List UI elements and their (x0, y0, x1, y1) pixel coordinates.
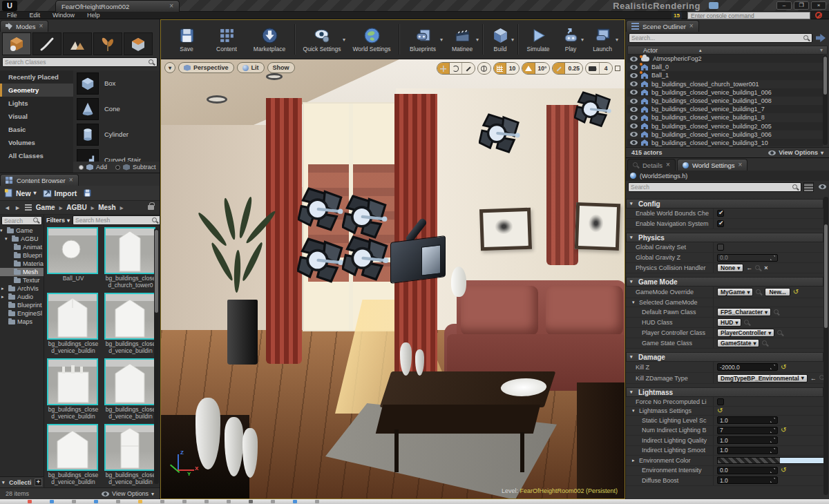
details-tab[interactable]: Details (627, 159, 676, 171)
expander-icon[interactable] (632, 458, 637, 463)
lock-icon[interactable] (148, 205, 154, 210)
restore-button[interactable]: ❐ (794, 1, 809, 10)
reset-to-default-icon[interactable] (781, 364, 786, 371)
category-all-classes[interactable]: All Classes (0, 149, 73, 162)
perspective-button[interactable]: Perspective (178, 62, 234, 73)
close-icon[interactable] (689, 23, 694, 30)
placement-item-cylinder[interactable]: Cylinder (73, 122, 160, 147)
force-no-precomputed-checkbox[interactable] (717, 398, 724, 405)
os-taskbar[interactable] (0, 499, 829, 504)
spotlight-billboard[interactable] (342, 195, 389, 240)
show-button[interactable]: Show (267, 62, 295, 73)
expander-icon[interactable] (1, 286, 6, 291)
lit-button[interactable]: Lit (237, 62, 265, 73)
tree-search[interactable] (1, 216, 42, 225)
outliner-search-input[interactable] (631, 35, 803, 41)
visibility-eye-icon[interactable] (630, 57, 638, 61)
kill-z-field[interactable]: -2000.0 (717, 363, 778, 371)
actor-row[interactable]: Ball_0 (627, 63, 823, 71)
collections-bar[interactable]: Collecti + (0, 476, 44, 487)
path-list-icon[interactable] (25, 204, 32, 211)
global-gravity-set-checkbox[interactable] (717, 244, 724, 251)
clear-icon[interactable] (764, 264, 768, 271)
chevron-down-icon[interactable] (440, 37, 443, 43)
chevron-down-icon[interactable] (476, 37, 479, 43)
save-button[interactable]: Save (166, 21, 207, 57)
asset-tile[interactable]: bg_buildings_closed_venice_buildin (47, 293, 99, 354)
category-volumes[interactable]: Volumes (0, 136, 73, 149)
asset-tile[interactable]: bg_buildings_closed_venice_buildin (47, 358, 99, 420)
enable-world-bounds-checkbox[interactable] (717, 210, 724, 217)
actor-row[interactable]: Ball_1 (627, 71, 823, 79)
mode-foliage-button[interactable] (93, 32, 122, 55)
mode-paint-button[interactable] (32, 32, 61, 55)
outliner-header[interactable]: Actor (627, 46, 828, 55)
visibility-eye-icon[interactable] (630, 99, 638, 104)
create-actor-icon[interactable] (816, 34, 826, 42)
folder-textures[interactable]: Textur (0, 276, 44, 284)
actor-row[interactable]: bg_buildings_closed_venice_building1_7 (627, 105, 823, 113)
asset-search-input[interactable] (75, 217, 152, 224)
scale-snap-toggle[interactable] (553, 63, 565, 74)
expander-icon[interactable] (5, 236, 10, 242)
expander-icon[interactable] (0, 228, 5, 233)
hud-class-dropdown[interactable]: HUD (717, 318, 741, 327)
reset-to-default-icon[interactable] (793, 289, 799, 295)
spotlight-billboard[interactable] (342, 235, 390, 282)
modes-search[interactable] (2, 57, 158, 67)
save-all-icon[interactable] (83, 188, 92, 197)
minimize-button[interactable]: – (776, 1, 792, 10)
crumb-game[interactable]: Game (36, 204, 55, 211)
asset-tile[interactable]: bg_buildings_closed_venice_buildin (47, 424, 99, 485)
world-settings-tab[interactable]: World Settings (677, 159, 747, 171)
close-icon[interactable] (666, 162, 670, 168)
folder-blueprint-root[interactable]: Blueprint (0, 301, 44, 309)
use-selected-icon[interactable] (810, 375, 817, 382)
section-game-mode[interactable]: Game Mode (626, 277, 823, 287)
property-matrix-button[interactable] (803, 182, 814, 192)
actor-row[interactable]: bg_buildings_closed_venice_building3_10 (627, 139, 823, 146)
game-state-dropdown[interactable]: GameState (717, 339, 759, 347)
filters-button[interactable]: Filters (46, 217, 70, 224)
import-button[interactable]: Import (43, 188, 77, 197)
close-icon[interactable] (169, 3, 173, 10)
chevron-down-icon[interactable] (343, 37, 345, 43)
close-icon[interactable] (739, 162, 743, 168)
default-pawn-dropdown[interactable]: FPS_Character (717, 308, 771, 316)
actor-row[interactable]: bg_buildings_closed_venice_building1_008 (627, 97, 823, 105)
matinee-button[interactable]: Matinee (444, 21, 480, 57)
chevron-down-icon[interactable] (581, 37, 584, 43)
section-damage[interactable]: Damage (626, 352, 823, 362)
folder-archvis[interactable]: ArchVis (0, 284, 44, 293)
placement-item-cone[interactable]: Cone (73, 96, 160, 122)
asset-scrollbar[interactable] (154, 229, 159, 484)
view-options-button[interactable]: View Options (768, 149, 823, 156)
simulate-button[interactable]: Simulate (520, 21, 556, 57)
details-search[interactable] (628, 182, 801, 192)
grid-snap-value[interactable]: 10 (506, 63, 519, 74)
tree-search-input[interactable] (4, 217, 33, 224)
visibility-eye-icon[interactable] (630, 115, 638, 120)
add-radio[interactable] (79, 165, 84, 170)
actor-row[interactable]: bg_buildings_closed_venice_building3_006 (627, 130, 823, 139)
visibility-eye-icon[interactable] (630, 124, 638, 128)
browse-icon[interactable] (774, 309, 780, 316)
folder-enginesl[interactable]: EngineSl (0, 309, 44, 318)
asset-tile[interactable]: bg_buildings_closed_church_tower0 (104, 227, 157, 289)
static-lighting-scale-field[interactable]: 1.0 (717, 416, 778, 424)
reset-to-default-icon[interactable] (717, 407, 723, 414)
subtract-radio[interactable] (115, 165, 120, 170)
world-local-toggle[interactable] (478, 63, 490, 74)
actor-row[interactable]: bg_buildings_closed_church_tower001 (627, 80, 823, 88)
blueprints-button[interactable]: Blueprints (401, 21, 444, 57)
view-options-eye-icon[interactable] (819, 184, 826, 189)
crumb-agbu[interactable]: AGBU (66, 204, 86, 211)
add-collection-button[interactable]: + (35, 478, 42, 486)
world-settings-button[interactable]: World Settings (347, 21, 397, 57)
forward-arrow-icon[interactable]: ► (15, 204, 21, 211)
rotate-tool-button[interactable] (450, 63, 462, 74)
view-options-button[interactable]: View Options (102, 490, 154, 497)
maximize-viewport-button[interactable] (615, 66, 620, 71)
visibility-eye-icon[interactable] (630, 140, 638, 145)
reset-to-default-icon[interactable] (781, 427, 786, 434)
